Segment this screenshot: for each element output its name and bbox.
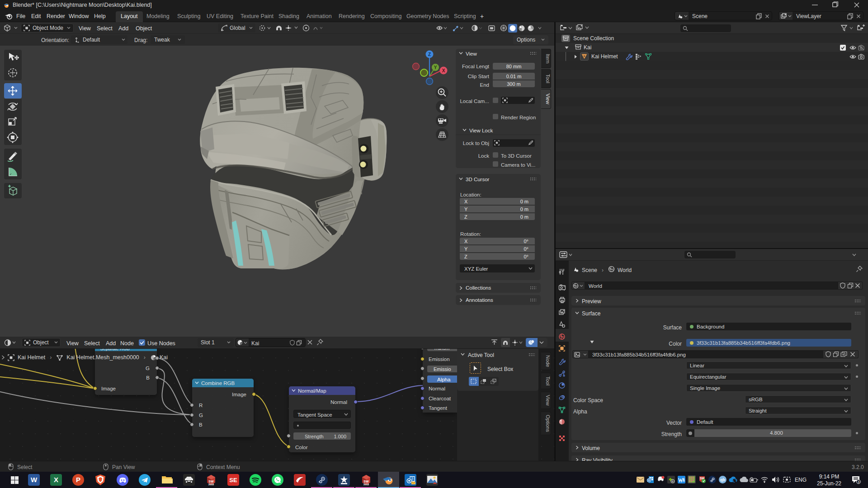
svg-text:2018: 2018 xyxy=(208,483,214,486)
svg-text:SW: SW xyxy=(208,480,214,483)
svg-text:SE: SE xyxy=(229,477,237,483)
svg-text:Y: Y xyxy=(434,65,437,70)
svg-text:3: 3 xyxy=(858,480,860,484)
svg-text:2018: 2018 xyxy=(363,483,369,486)
svg-text:X: X xyxy=(442,68,445,73)
svg-text:Z: Z xyxy=(428,52,431,57)
svg-text:SW: SW xyxy=(363,480,369,483)
